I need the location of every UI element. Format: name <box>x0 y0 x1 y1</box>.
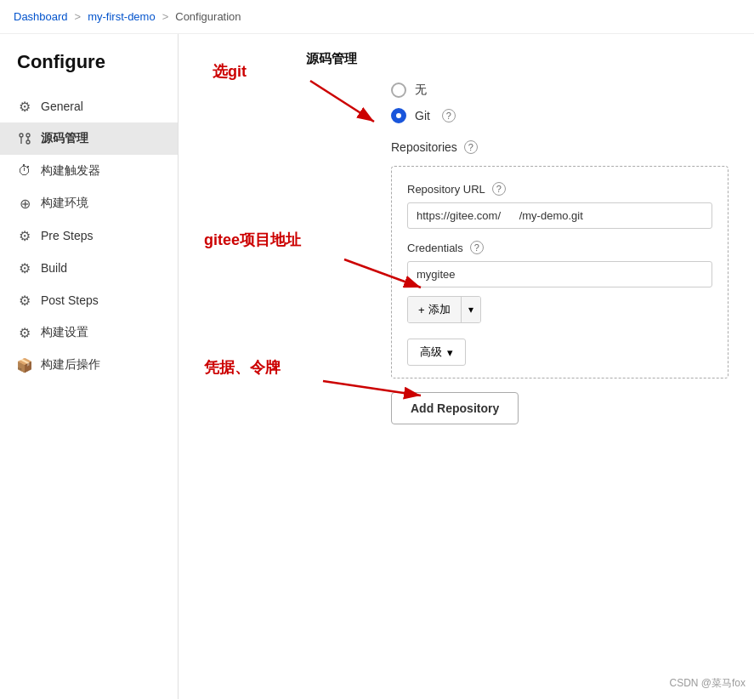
globe-icon: ⊕ <box>17 196 32 211</box>
sidebar-item-env[interactable]: ⊕ 构建环境 <box>0 187 178 219</box>
repositories-header: Repositories ? <box>391 140 728 154</box>
svg-point-2 <box>26 134 30 137</box>
radio-none-label: 无 <box>415 83 427 98</box>
sidebar-item-source[interactable]: 源码管理 <box>0 122 178 155</box>
breadcrumb-project[interactable]: my-first-demo <box>88 10 155 23</box>
annotation-gitee-url: gitee项目地址 <box>204 231 301 248</box>
radio-none[interactable]: 无 <box>391 83 728 98</box>
gear-icon-build: ⚙ <box>17 260 32 276</box>
credentials-help-icon[interactable]: ? <box>470 241 484 254</box>
radio-git-label: Git <box>415 109 430 122</box>
git-help-icon[interactable]: ? <box>442 109 456 122</box>
credentials-field: Credentials ? + 添加 ▾ <box>407 241 712 323</box>
annotation-credentials: 凭据、令牌 <box>204 359 281 376</box>
add-credentials-btn-group: + 添加 ▾ <box>407 296 481 323</box>
credentials-field-label: Credentials ? <box>407 241 712 254</box>
sidebar-label-build: Build <box>41 261 67 275</box>
sidebar-label-env: 构建环境 <box>41 196 88 211</box>
sidebar-title: Configure <box>0 51 178 90</box>
sidebar-label-post-build: 构建后操作 <box>41 357 100 373</box>
radio-git[interactable]: Git ? <box>391 108 728 123</box>
git-icon <box>17 131 32 146</box>
svg-line-4 <box>310 81 374 122</box>
sidebar-label-general: General <box>41 100 83 113</box>
repo-url-help-icon[interactable]: ? <box>492 182 506 196</box>
gear-icon-pre: ⚙ <box>17 228 32 243</box>
breadcrumb: Dashboard > my-first-demo > Configuratio… <box>0 0 754 34</box>
repo-url-input[interactable] <box>407 202 712 229</box>
add-plus-icon: + <box>418 304 425 316</box>
advanced-label: 高级 <box>420 344 442 360</box>
breadcrumb-dashboard[interactable]: Dashboard <box>14 10 68 23</box>
svg-point-0 <box>26 140 30 144</box>
sidebar-item-build[interactable]: ⚙ Build <box>0 252 178 284</box>
add-btn-label: 添加 <box>428 302 451 317</box>
breadcrumb-current: Configuration <box>175 10 241 23</box>
repositories-label: Repositories <box>391 140 457 154</box>
annotation-choose-git: 选git <box>213 63 247 80</box>
main-content: 选git gitee项目地址 凭据、令牌 源码管理 <box>179 34 754 699</box>
add-credentials-main-btn[interactable]: + 添加 <box>408 297 461 322</box>
clock-icon: ⏱ <box>17 163 32 179</box>
sidebar-item-build-settings[interactable]: ⚙ 构建设置 <box>0 316 178 349</box>
repository-box: Repository URL ? Credentials ? + <box>391 166 728 378</box>
add-repository-button[interactable]: Add Repository <box>391 392 519 424</box>
repo-url-field-label: Repository URL ? <box>407 182 712 196</box>
watermark: CSDN @菜马fox <box>669 676 745 691</box>
gear-icon-settings: ⚙ <box>17 325 32 340</box>
sidebar-label-triggers: 构建触发器 <box>41 163 100 179</box>
radio-none-circle <box>391 83 406 98</box>
add-credentials-dropdown-btn[interactable]: ▾ <box>461 297 480 322</box>
sidebar-label-pre-steps: Pre Steps <box>41 229 93 242</box>
sidebar-item-pre-steps[interactable]: ⚙ Pre Steps <box>0 219 178 252</box>
radio-group: 无 Git ? <box>391 83 728 123</box>
repo-url-label-text: Repository URL <box>407 183 485 196</box>
credentials-label-text: Credentials <box>407 242 463 254</box>
sidebar-label-post-steps: Post Steps <box>41 293 99 307</box>
sidebar-item-post-build[interactable]: 📦 构建后操作 <box>0 349 178 381</box>
svg-point-1 <box>20 134 23 137</box>
gear-icon-post: ⚙ <box>17 293 32 308</box>
sidebar-item-post-steps[interactable]: ⚙ Post Steps <box>0 284 178 316</box>
breadcrumb-sep-1: > <box>75 10 82 23</box>
advanced-btn[interactable]: 高级 ▾ <box>407 339 466 366</box>
sidebar: Configure ⚙ General 源码管理 ⏱ 构建触发器 ⊕ <box>0 34 179 699</box>
box-icon: 📦 <box>17 357 32 373</box>
gear-icon: ⚙ <box>17 99 32 114</box>
radio-git-circle <box>391 108 406 123</box>
credentials-input[interactable] <box>407 261 712 287</box>
advanced-chevron-icon: ▾ <box>447 346 453 359</box>
breadcrumb-sep-2: > <box>162 10 169 23</box>
sidebar-label-build-settings: 构建设置 <box>41 325 88 340</box>
repositories-help-icon[interactable]: ? <box>464 140 478 154</box>
sidebar-item-triggers[interactable]: ⏱ 构建触发器 <box>0 155 178 187</box>
sidebar-item-general[interactable]: ⚙ General <box>0 90 178 122</box>
section-title: 源码管理 <box>306 51 728 67</box>
sidebar-label-source: 源码管理 <box>41 131 88 146</box>
